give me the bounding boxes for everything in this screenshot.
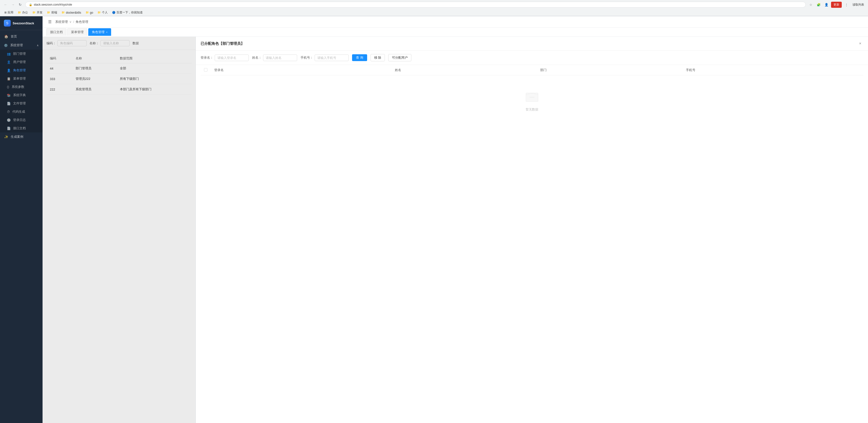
phone-input[interactable]: [315, 55, 349, 61]
nav-icon-menu-mgmt: 📋: [7, 77, 11, 81]
phone-field: 手机号：: [301, 55, 349, 61]
nav-label-api-doc: 接口文档: [13, 126, 26, 131]
bookmark-icon[interactable]: ☆: [808, 1, 814, 8]
bookmark-label-go: go: [90, 11, 93, 15]
forward-button[interactable]: →: [10, 1, 16, 8]
bookmark-label-dev: 开发: [37, 10, 42, 15]
refresh-button[interactable]: ↻: [17, 1, 23, 8]
nav-label-user-mgmt: 用户管理: [13, 60, 26, 64]
content-area: 编码： 名称： 数据 编码: [42, 37, 868, 423]
remove-button[interactable]: 移 除: [371, 54, 385, 61]
sidebar-item-dept-mgmt[interactable]: 👥部门管理: [0, 50, 42, 58]
col-name: 名称: [72, 54, 117, 63]
bookmark-personal[interactable]: 📁个人: [96, 10, 110, 15]
login-name-label: 登录名：: [200, 56, 213, 60]
table-row[interactable]: 222 系统管理员 本部门及所有下级部门: [46, 84, 192, 95]
bookmark-label-personal: 个人: [102, 10, 108, 15]
name-input[interactable]: [100, 40, 130, 46]
nav-icon-api-doc: 📄: [7, 126, 11, 130]
hamburger-button[interactable]: ☰: [46, 19, 53, 25]
sidebar-item-role-mgmt[interactable]: 👤角色管理: [0, 66, 42, 75]
role-table-body: 44 部门管理员 全部 333 管理员222 所有下级部门 222 系统管理员 …: [46, 63, 192, 95]
tab-role-mgmt-tab[interactable]: 角色管理×: [88, 28, 111, 36]
bookmark-go[interactable]: 📁go: [84, 10, 95, 15]
sidebar-item-menu-mgmt[interactable]: 📋菜单管理: [0, 75, 42, 83]
sidebar-item-sys-dict[interactable]: 📚系统字典: [0, 91, 42, 99]
bookmark-icon-frontend: 📁: [47, 11, 50, 14]
role-code-2: 222: [46, 84, 72, 95]
sidebar-item-sys-params[interactable]: ⟨⟩系统参数: [0, 83, 42, 91]
nav-label-sys-mgmt: 系统管理: [10, 43, 23, 48]
nav-icon-file-mgmt: 📄: [7, 102, 11, 105]
sidebar-item-login-log[interactable]: 🕐登录日志: [0, 116, 42, 124]
nav-label-code-gen: 代码生成: [12, 110, 25, 114]
code-label: 编码：: [46, 41, 56, 46]
sidebar-item-home[interactable]: 🏠首页: [0, 32, 42, 41]
read-list-button[interactable]: 读取列表: [851, 2, 866, 8]
tab-menu-mgmt-tab[interactable]: 菜单管理: [67, 28, 87, 36]
detail-table: 登录名 姓名 部门 手机号: [200, 65, 863, 76]
role-name-2: 系统管理员: [72, 84, 117, 95]
role-table-header-row: 编码 名称 数据范围: [46, 54, 192, 63]
sidebar-item-file-mgmt[interactable]: 📄文件管理: [0, 99, 42, 108]
back-button[interactable]: ←: [2, 1, 9, 8]
sidebar-item-gen-cases[interactable]: ✨生成案例: [0, 133, 42, 141]
nav-label-dept-mgmt: 部门管理: [13, 52, 26, 56]
sidebar-item-api-doc[interactable]: 📄接口文档: [0, 124, 42, 133]
profile-icon[interactable]: 👤: [823, 1, 830, 8]
table-row[interactable]: 44 部门管理员 全部: [46, 63, 192, 74]
bookmark-label-baidu: 百度一下，你就知道: [117, 10, 143, 15]
real-name-field: 姓名：: [252, 55, 297, 61]
extension-icon[interactable]: 🧩: [815, 1, 822, 8]
detail-header: 已分配角色【部门管理员】 ×: [196, 37, 868, 51]
query-button[interactable]: 查 询: [352, 54, 367, 61]
bookmark-frontend[interactable]: 📁前端: [45, 10, 59, 15]
logo-icon: S: [4, 20, 11, 27]
tab-close-role-mgmt-tab[interactable]: ×: [106, 31, 107, 34]
empty-state: 暂无数据: [200, 76, 863, 126]
bookmark-label-apps: 应用: [7, 10, 13, 15]
bookmark-dev[interactable]: 📁开发: [30, 10, 44, 15]
tab-label-api-doc-tab: 接口文档: [50, 30, 63, 34]
select-all-checkbox[interactable]: [204, 68, 207, 72]
bookmark-icon-apps: ⊞: [4, 11, 6, 14]
sidebar-item-code-gen[interactable]: ⏱代码生成: [0, 108, 42, 116]
tab-api-doc-tab[interactable]: 接口文档: [46, 28, 66, 36]
table-row[interactable]: 333 管理员222 所有下级部门: [46, 74, 192, 84]
address-bar[interactable]: 🔒 stack.seezoon.com/#/sys/role: [25, 2, 806, 7]
breadcrumb: 系统管理 ∨ / 角色管理: [55, 20, 88, 24]
nav-icon-sys-mgmt: ⚙️: [4, 44, 8, 47]
close-button[interactable]: ×: [857, 40, 863, 47]
nav-label-role-mgmt: 角色管理: [13, 68, 26, 73]
col-checkbox: [200, 65, 211, 76]
lock-icon: 🔒: [29, 3, 32, 6]
bookmark-apps[interactable]: ⊞应用: [2, 10, 15, 15]
detail-table-head: 登录名 姓名 部门 手机号: [200, 65, 863, 76]
real-name-input[interactable]: [263, 55, 297, 61]
assign-button[interactable]: 可分配用户: [388, 54, 411, 61]
data-range-label: 数据: [132, 41, 139, 46]
tab-label-role-mgmt-tab: 角色管理: [92, 30, 104, 34]
svg-rect-1: [530, 97, 534, 97]
bookmark-icon-office: 📁: [18, 11, 21, 14]
bookmark-label-docker: docker&k8s: [66, 11, 81, 15]
nav-buttons: ← → ↻: [2, 1, 23, 8]
detail-panel: 已分配角色【部门管理员】 × 登录名： 姓名： 手机号：: [196, 37, 868, 423]
nav-icon-role-mgmt: 👤: [7, 68, 11, 72]
bookmark-office[interactable]: 📁办公: [16, 10, 30, 15]
sidebar-item-user-mgmt[interactable]: 👤用户管理: [0, 58, 42, 66]
nav-icon-gen-cases: ✨: [4, 135, 8, 139]
bookmark-docker[interactable]: 📁docker&k8s: [60, 10, 83, 15]
sidebar-nav: 🏠首页⚙️系统管理∧👥部门管理👤用户管理👤角色管理📋菜单管理⟨⟩系统参数📚系统字…: [0, 30, 42, 423]
breadcrumb-separator: ∨: [69, 20, 72, 24]
nav-icon-login-log: 🕐: [7, 118, 11, 122]
code-input[interactable]: [57, 40, 87, 46]
menu-icon[interactable]: ⋮: [843, 1, 849, 8]
update-button[interactable]: 更新: [831, 2, 842, 8]
role-name-1: 管理员222: [72, 74, 117, 84]
sidebar-item-sys-mgmt[interactable]: ⚙️系统管理∧: [0, 41, 42, 50]
login-name-input[interactable]: [215, 55, 249, 61]
role-table: 编码 名称 数据范围 44 部门管理员 全部 333 管理员222 所有下级部门…: [46, 54, 192, 95]
role-table-wrapper: 编码 名称 数据范围 44 部门管理员 全部 333 管理员222 所有下级部门…: [42, 50, 195, 423]
bookmark-baidu[interactable]: 🔵百度一下，你就知道: [110, 10, 145, 15]
